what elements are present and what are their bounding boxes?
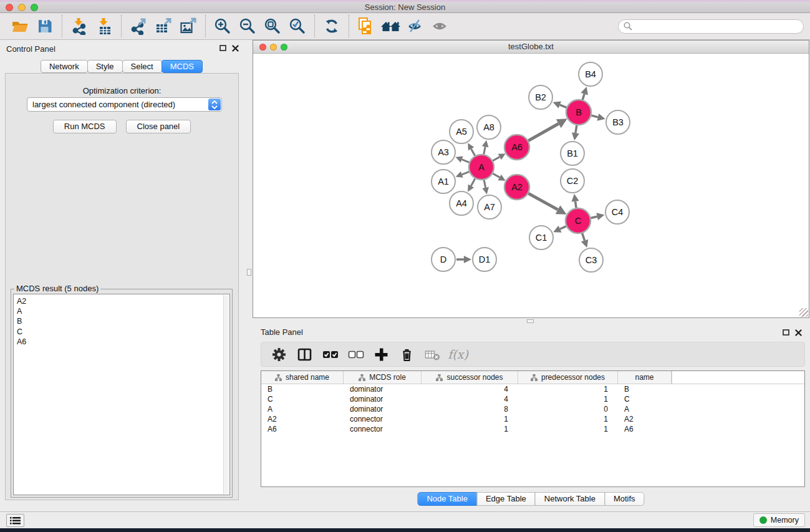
edge-B-B1[interactable] [576, 125, 577, 133]
tab-select[interactable]: Select [122, 60, 162, 73]
export-table-button[interactable] [151, 16, 176, 37]
node-A4[interactable]: A4 [450, 191, 473, 215]
delete-column-button[interactable] [397, 344, 417, 364]
tab-network[interactable]: Network [41, 60, 88, 73]
table-row[interactable]: A6connector11A6 [261, 424, 804, 434]
app-titlebar[interactable]: Session: New Session [0, 2, 810, 13]
float-table-panel-icon[interactable] [783, 329, 789, 336]
table-settings-button[interactable] [269, 344, 289, 364]
node-A2[interactable]: A2 [504, 175, 529, 200]
node-D[interactable]: D [432, 248, 455, 271]
search-field[interactable] [618, 19, 804, 34]
close-panel-button[interactable]: Close panel [126, 120, 191, 133]
node-D1[interactable]: D1 [473, 248, 496, 271]
result-item[interactable]: C [17, 327, 229, 337]
tab-mcds[interactable]: MCDS [162, 60, 203, 73]
table-cell[interactable]: 1 [518, 425, 618, 433]
vertical-split-handle[interactable] [247, 269, 251, 276]
node-C3[interactable]: C3 [579, 248, 603, 272]
task-history-button[interactable] [6, 514, 24, 527]
edge-A-A1[interactable] [462, 172, 470, 174]
network-zoom-button[interactable] [281, 44, 287, 51]
table-cell[interactable]: 1 [422, 425, 518, 433]
table-cell[interactable]: C [618, 395, 672, 404]
table-cell[interactable]: A [618, 405, 672, 414]
tab-edge-table[interactable]: Edge Table [476, 492, 536, 506]
node-table[interactable]: shared nameMCDS rolesuccessor nodesprede… [261, 370, 805, 487]
minimize-window-button[interactable] [18, 4, 26, 11]
resize-grip[interactable] [799, 308, 808, 317]
table-cell[interactable]: B [618, 385, 672, 394]
table-cell[interactable]: 1 [518, 385, 618, 394]
create-column-button[interactable] [372, 344, 391, 364]
export-network-button[interactable] [126, 16, 151, 37]
zoom-fit-button[interactable] [260, 16, 285, 37]
edge-A-A6[interactable] [493, 157, 499, 161]
node-A3[interactable]: A3 [432, 140, 455, 164]
table-cell[interactable]: B [261, 385, 344, 394]
first-neighbors-button[interactable] [354, 16, 378, 37]
save-session-button[interactable] [32, 16, 57, 37]
network-window-titlebar[interactable]: testGlobe.txt [253, 41, 809, 54]
table-cell[interactable]: connector [344, 425, 422, 433]
zoom-out-button[interactable] [235, 16, 260, 37]
show-details-button[interactable] [428, 16, 453, 37]
network-graph[interactable]: B4B2BB3A8A5A6A3B1AA1C2A2A4A7C4CC1C3DD1 [253, 54, 809, 317]
edge-A-A8[interactable] [484, 147, 485, 154]
close-table-panel-icon[interactable] [795, 329, 802, 336]
node-A1[interactable]: A1 [432, 170, 455, 193]
table-cell[interactable]: C [261, 395, 344, 404]
show-columns-button[interactable] [295, 344, 314, 364]
node-C4[interactable]: C4 [605, 200, 629, 224]
open-file-button[interactable] [7, 16, 32, 37]
node-A7[interactable]: A7 [478, 195, 501, 219]
result-item[interactable]: A6 [17, 337, 229, 347]
edge-B-B3[interactable] [591, 115, 598, 117]
table-cell[interactable]: 4 [422, 395, 518, 404]
edge-B-B4[interactable] [582, 94, 584, 100]
edge-A-A4[interactable] [471, 178, 475, 186]
node-B4[interactable]: B4 [579, 62, 602, 86]
column-header-successor-nodes[interactable]: successor nodes [422, 371, 518, 384]
node-A6[interactable]: A6 [504, 135, 529, 160]
table-cell[interactable]: dominator [344, 405, 422, 414]
table-row[interactable]: Cdominator41C [261, 394, 804, 404]
tab-style[interactable]: Style [87, 60, 123, 73]
search-input[interactable] [635, 22, 798, 31]
edge-A-A3[interactable] [462, 160, 470, 163]
edge-A-A5[interactable] [471, 149, 475, 156]
table-row[interactable]: Bdominator41B [261, 384, 804, 394]
table-cell[interactable]: A2 [618, 415, 672, 423]
edge-A-A7[interactable] [484, 180, 485, 188]
hide-details-button[interactable] [403, 16, 428, 37]
edge-C-C3[interactable] [582, 233, 585, 241]
result-scrollbar[interactable] [223, 295, 229, 494]
table-row[interactable]: Adominator80A [261, 404, 804, 414]
table-cell[interactable]: dominator [344, 395, 422, 404]
result-item[interactable]: A2 [17, 296, 229, 306]
table-cell[interactable]: 1 [518, 395, 618, 404]
export-image-button[interactable] [176, 16, 201, 37]
edge-B-B2[interactable] [560, 105, 567, 107]
edge-A-A2[interactable] [493, 173, 499, 177]
node-B2[interactable]: B2 [529, 85, 552, 109]
network-minimize-button[interactable] [270, 44, 277, 51]
tab-node-table[interactable]: Node Table [417, 492, 477, 506]
home-button[interactable] [378, 16, 403, 37]
column-header-MCDS-role[interactable]: MCDS role [344, 371, 422, 384]
result-item[interactable]: B [17, 316, 229, 326]
tab-motifs[interactable]: Motifs [604, 492, 645, 506]
node-B[interactable]: B [566, 100, 591, 125]
import-table-button[interactable] [92, 16, 117, 37]
table-cell[interactable]: A [261, 405, 344, 414]
refresh-button[interactable] [319, 16, 344, 37]
network-close-button[interactable] [259, 44, 266, 51]
edge-C-C1[interactable] [560, 226, 566, 229]
column-header-name[interactable]: name [618, 371, 672, 384]
zoom-selected-button[interactable] [285, 16, 310, 37]
node-C1[interactable]: C1 [529, 226, 553, 249]
delete-table-button[interactable] [423, 344, 442, 364]
network-canvas[interactable]: B4B2BB3A8A5A6A3B1AA1C2A2A4A7C4CC1C3DD1 [253, 54, 809, 317]
edge-A6-B[interactable] [528, 123, 559, 140]
table-cell[interactable]: 8 [422, 405, 518, 414]
